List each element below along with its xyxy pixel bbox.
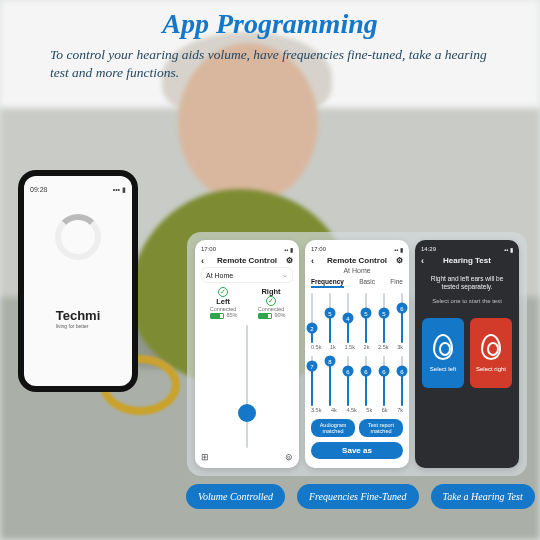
screen-hearing-test: 14:29•• ▮ ‹ Hearing Test Right and left … bbox=[415, 240, 519, 468]
preset-chip[interactable]: Test report matched bbox=[359, 419, 403, 437]
eq-freq-label: 2k bbox=[364, 344, 370, 350]
eq-slider[interactable]: 6 bbox=[383, 356, 385, 406]
eq-slider[interactable]: 8 bbox=[329, 356, 331, 406]
select-right-button[interactable]: Select right bbox=[470, 318, 512, 388]
status-time: 14:29 bbox=[421, 246, 436, 253]
eq-freq-label: 5k bbox=[366, 407, 372, 413]
status-time: 09:28 bbox=[30, 186, 48, 194]
left-battery-pct: 85% bbox=[226, 312, 237, 318]
status-icons: ••• ▮ bbox=[113, 186, 126, 194]
right-battery-pct: 90% bbox=[274, 312, 285, 318]
status-icons: •• ▮ bbox=[394, 246, 403, 253]
screen-title: Hearing Test bbox=[443, 256, 491, 265]
qr-icon[interactable]: ⊞ bbox=[201, 452, 209, 462]
back-icon[interactable]: ‹ bbox=[201, 256, 204, 266]
battery-icon bbox=[258, 313, 272, 319]
eq-value: 6 bbox=[343, 366, 354, 377]
eq-slider[interactable]: 5 bbox=[365, 293, 367, 343]
gear-icon[interactable]: ⚙ bbox=[396, 256, 403, 265]
eq-freq-label: 4.5k bbox=[346, 407, 356, 413]
eq-slider[interactable]: 2 bbox=[311, 293, 313, 343]
eq-labels-top: 0.5k1k1.5k2k2.5k3k bbox=[311, 344, 403, 350]
eq-labels-bottom: 3.5k4k4.5k5k6k7k bbox=[311, 407, 403, 413]
settings-icon[interactable]: ⊚ bbox=[285, 452, 293, 462]
eq-freq-label: 2.5k bbox=[378, 344, 388, 350]
preset-chips: Audiogram matchedTest report matched bbox=[311, 419, 403, 437]
left-label: Left bbox=[201, 297, 245, 306]
eq-freq-label: 4k bbox=[331, 407, 337, 413]
eq-value: 4 bbox=[343, 313, 354, 324]
eq-slider[interactable]: 6 bbox=[401, 356, 403, 406]
eq-value: 5 bbox=[361, 308, 372, 319]
feature-pills: Volume ControlledFrequencies Fine-TunedT… bbox=[186, 484, 535, 509]
eq-slider[interactable]: 6 bbox=[401, 293, 403, 343]
chevron-down-icon: ⌄ bbox=[282, 271, 288, 279]
screen-title: Remote Control bbox=[217, 256, 277, 265]
eq-bank-top[interactable]: 254556 bbox=[311, 293, 403, 343]
eq-freq-label: 3.5k bbox=[311, 407, 321, 413]
status-time: 17:00 bbox=[311, 246, 326, 253]
page-subtitle: To control your hearing aids volume, hav… bbox=[50, 46, 500, 82]
select-left-label: Select left bbox=[430, 366, 456, 372]
screen-title: Remote Control bbox=[327, 256, 387, 265]
volume-slider[interactable] bbox=[201, 325, 293, 448]
eq-freq-label: 3k bbox=[397, 344, 403, 350]
volume-knob[interactable] bbox=[238, 404, 256, 422]
eq-value: 8 bbox=[325, 356, 336, 367]
status-time: 17:00 bbox=[201, 246, 216, 253]
app-screens-group: 17:00•• ▮ ‹ Remote Control ⚙ At Home ⌄ ✓… bbox=[187, 232, 527, 476]
status-icons: •• ▮ bbox=[284, 246, 293, 253]
right-label: Right bbox=[249, 287, 293, 296]
loading-spinner-icon bbox=[55, 214, 101, 260]
eq-slider[interactable]: 5 bbox=[329, 293, 331, 343]
back-icon[interactable]: ‹ bbox=[311, 256, 314, 266]
brand-logo: Techmi living for better bbox=[56, 308, 101, 329]
eq-bank-bottom[interactable]: 786666 bbox=[311, 356, 403, 406]
save-button[interactable]: Save as bbox=[311, 442, 403, 459]
eq-value: 6 bbox=[397, 303, 408, 314]
eq-value: 6 bbox=[361, 366, 372, 377]
eq-tabs: FrequencyBasicFine bbox=[311, 278, 403, 288]
gear-icon[interactable]: ⚙ bbox=[286, 256, 293, 265]
tab-basic[interactable]: Basic bbox=[359, 278, 375, 288]
eq-value: 2 bbox=[307, 323, 318, 334]
eq-value: 7 bbox=[307, 361, 318, 372]
eq-slider[interactable]: 7 bbox=[311, 356, 313, 406]
tab-frequency[interactable]: Frequency bbox=[311, 278, 344, 288]
feature-pill: Volume Controlled bbox=[186, 484, 285, 509]
status-bar: 09:28 ••• ▮ bbox=[30, 186, 126, 194]
eq-slider[interactable]: 4 bbox=[347, 293, 349, 343]
mode-label: At Home bbox=[206, 272, 233, 279]
ear-icon bbox=[481, 334, 501, 360]
select-left-button[interactable]: Select left bbox=[422, 318, 464, 388]
screen-volume: 17:00•• ▮ ‹ Remote Control ⚙ At Home ⌄ ✓… bbox=[195, 240, 299, 468]
preset-chip[interactable]: Audiogram matched bbox=[311, 419, 355, 437]
feature-pill: Frequencies Fine-Tuned bbox=[297, 484, 419, 509]
eq-freq-label: 0.5k bbox=[311, 344, 321, 350]
feature-pill: Take a Hearing Test bbox=[431, 484, 535, 509]
eq-value: 6 bbox=[379, 366, 390, 377]
instruction-text: Right and left ears will be tested separ… bbox=[427, 275, 507, 292]
back-icon[interactable]: ‹ bbox=[421, 256, 424, 266]
select-prompt: Select one to start the test bbox=[421, 298, 513, 304]
mode-selector[interactable]: At Home ⌄ bbox=[201, 267, 293, 283]
eq-freq-label: 7k bbox=[397, 407, 403, 413]
eq-freq-label: 6k bbox=[382, 407, 388, 413]
battery-icon bbox=[210, 313, 224, 319]
status-icons: •• ▮ bbox=[504, 246, 513, 253]
ear-icon bbox=[433, 334, 453, 360]
ear-status-row: ✓ Left Connected 85% Right ✓ Connected 9… bbox=[201, 287, 293, 319]
check-icon: ✓ bbox=[266, 296, 276, 306]
eq-slider[interactable]: 6 bbox=[347, 356, 349, 406]
check-icon: ✓ bbox=[218, 287, 228, 297]
select-right-label: Select right bbox=[476, 366, 506, 372]
handheld-phone: 09:28 ••• ▮ Techmi living for better bbox=[18, 170, 138, 392]
page-title: App Programming bbox=[0, 8, 540, 40]
eq-freq-label: 1.5k bbox=[345, 344, 355, 350]
eq-value: 5 bbox=[379, 308, 390, 319]
eq-value: 5 bbox=[325, 308, 336, 319]
eq-slider[interactable]: 6 bbox=[365, 356, 367, 406]
eq-slider[interactable]: 5 bbox=[383, 293, 385, 343]
tab-fine[interactable]: Fine bbox=[390, 278, 403, 288]
eq-freq-label: 1k bbox=[330, 344, 336, 350]
